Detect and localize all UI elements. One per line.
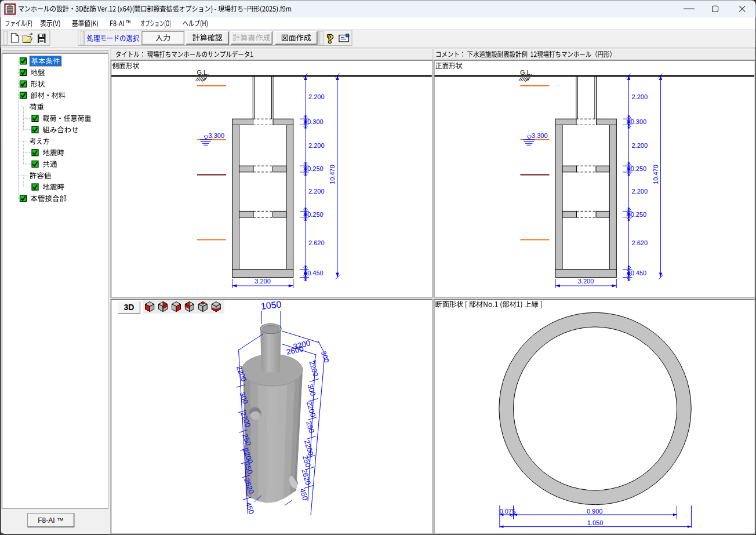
svg-text:0.900: 0.900 <box>587 508 603 515</box>
svg-text:0.075: 0.075 <box>500 508 516 515</box>
svg-text:1.050: 1.050 <box>587 519 604 526</box>
svg-text:3D: 3D <box>124 303 135 312</box>
svg-text:?: ? <box>327 31 333 46</box>
svg-text:F8-AI ™: F8-AI ™ <box>38 516 64 525</box>
